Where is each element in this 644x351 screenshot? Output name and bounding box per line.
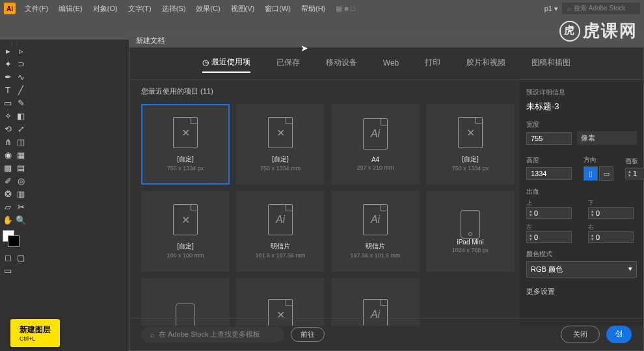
tab-recent[interactable]: ◷最近使用项 bbox=[202, 57, 250, 73]
presets-area: 您最近使用的项目 (11) ✕[自定]755 x 1334 px✕[自定]750… bbox=[129, 80, 520, 326]
bleed-left-label: 左 bbox=[526, 223, 575, 231]
document-name[interactable]: 未标题-3 bbox=[526, 101, 637, 112]
perspective-tool[interactable]: ▦ bbox=[14, 148, 27, 161]
rectangle-tool[interactable]: ▭ bbox=[1, 96, 14, 109]
recent-hdr: 您最近使用的项目 (11) bbox=[141, 86, 508, 96]
preset-0[interactable]: ✕[自定]755 x 1334 px bbox=[141, 104, 230, 185]
menu-edit[interactable]: 编辑(E) bbox=[55, 3, 87, 15]
stock-template-search[interactable]: ⌕ 在 Adobe Stock 上查找更多模板 bbox=[141, 326, 284, 343]
mesh-tool[interactable]: ▩ bbox=[1, 161, 14, 174]
direct-selection-tool[interactable]: ▹ bbox=[14, 44, 27, 57]
adobe-stock-search[interactable]: ⌕ 搜索 Adobe Stock bbox=[562, 3, 640, 14]
width-tool[interactable]: ⋔ bbox=[1, 135, 14, 148]
free-transform-tool[interactable]: ◫ bbox=[14, 135, 27, 148]
orient-portrait[interactable]: ▯ bbox=[584, 166, 598, 181]
artboards-input[interactable]: ▴▾1 bbox=[625, 168, 644, 179]
create-button[interactable]: 创 bbox=[606, 326, 632, 343]
search-icon: ⌕ bbox=[150, 331, 155, 339]
eyedropper-tool[interactable]: ✐ bbox=[1, 174, 14, 187]
magic-wand-tool[interactable]: ✦ bbox=[1, 57, 14, 70]
menu-bar: Ai 文件(F) 编辑(E) 对象(O) 文字(T) 选择(S) 效果(C) 视… bbox=[0, 0, 644, 17]
curvature-tool[interactable]: ∿ bbox=[14, 70, 27, 83]
preset-name: 明信片 bbox=[366, 242, 385, 251]
width-input[interactable] bbox=[526, 132, 572, 145]
preset-dims: 197.56 x 101.6 mm bbox=[350, 252, 400, 259]
dialog-tabs: ◷最近使用项 已保存 移动设备 Web 打印 胶片和视频 图稿和插图 bbox=[129, 47, 643, 80]
preset-2[interactable]: AiA4297 x 210 mm bbox=[331, 104, 420, 185]
menu-file[interactable]: 文件(F) bbox=[21, 3, 52, 15]
change-screen[interactable]: ▭ bbox=[1, 264, 14, 277]
preset-4[interactable]: ✕[自定]100 x 100 mm bbox=[141, 191, 230, 272]
slice-tool[interactable]: ✂ bbox=[14, 200, 27, 213]
menu-view[interactable]: 视图(V) bbox=[227, 3, 259, 15]
stroke-color[interactable] bbox=[8, 235, 20, 247]
menu-type[interactable]: 文字(T) bbox=[124, 3, 155, 15]
menu-extra-icons: ▦ ■ □ bbox=[336, 5, 355, 13]
menu-help[interactable]: 帮助(H) bbox=[297, 3, 329, 15]
type-tool[interactable]: T bbox=[1, 83, 14, 96]
close-button[interactable]: 关闭 bbox=[561, 326, 600, 343]
tab-web[interactable]: Web bbox=[383, 58, 399, 72]
preset-name: iPad Mini bbox=[457, 239, 483, 246]
height-label: 高度 bbox=[526, 156, 572, 165]
color-swatches[interactable] bbox=[1, 229, 20, 247]
tab-mobile[interactable]: 移动设备 bbox=[326, 57, 357, 72]
shaper-tool[interactable]: ✧ bbox=[1, 109, 14, 122]
draw-mode[interactable]: ◻ bbox=[1, 251, 14, 264]
preset-5[interactable]: Ai明信片101.6 x 197.56 mm bbox=[236, 191, 325, 272]
preset-3[interactable]: ✕[自定]750 x 1334 px bbox=[426, 104, 515, 185]
bleed-label: 出血 bbox=[526, 187, 637, 196]
menu-effect[interactable]: 效果(C) bbox=[192, 3, 224, 15]
workspace-dropdown[interactable]: p1 ▾ bbox=[544, 5, 558, 13]
artboard-tool[interactable]: ▱ bbox=[1, 200, 14, 213]
bleed-left[interactable]: ▴▾0 bbox=[526, 231, 572, 243]
blend-tool[interactable]: ◎ bbox=[14, 174, 27, 187]
preset-name: 明信片 bbox=[271, 242, 290, 251]
gradient-tool[interactable]: ▤ bbox=[14, 161, 27, 174]
tab-print[interactable]: 打印 bbox=[425, 57, 440, 72]
bleed-bottom[interactable]: ▴▾0 bbox=[588, 207, 634, 219]
menu-window[interactable]: 窗口(W) bbox=[261, 3, 295, 15]
more-settings[interactable]: 更多设置 bbox=[526, 287, 637, 296]
preset-dims: 101.6 x 197.56 mm bbox=[255, 252, 305, 259]
preset-7[interactable]: iPad Mini1024 x 768 px bbox=[426, 191, 515, 272]
menu-object[interactable]: 对象(O) bbox=[89, 3, 122, 15]
preset-dims: 1024 x 768 px bbox=[452, 247, 489, 254]
orient-label: 方向 bbox=[584, 155, 613, 164]
preset-name: [自定] bbox=[177, 155, 194, 164]
symbol-tool[interactable]: ❂ bbox=[1, 187, 14, 200]
stock-go-button[interactable]: 前往 bbox=[291, 327, 325, 342]
tab-saved[interactable]: 已保存 bbox=[276, 57, 300, 72]
brush-tool[interactable]: ✎ bbox=[14, 96, 27, 109]
settings-header: 预设详细信息 bbox=[526, 88, 637, 97]
rotate-tool[interactable]: ⟲ bbox=[1, 122, 14, 135]
zoom-tool[interactable]: 🔍 bbox=[14, 213, 27, 226]
tab-art[interactable]: 图稿和插图 bbox=[531, 57, 570, 72]
preset-1[interactable]: ✕[自定]750 x 1334 mm bbox=[236, 104, 325, 185]
graph-tool[interactable]: ▥ bbox=[14, 187, 27, 200]
hand-tool[interactable]: ✋ bbox=[1, 213, 14, 226]
preset-6[interactable]: Ai明信片197.56 x 101.6 mm bbox=[331, 191, 420, 272]
pen-tool[interactable]: ✒ bbox=[1, 70, 14, 83]
bleed-bottom-label: 下 bbox=[588, 199, 637, 207]
bleed-right[interactable]: ▴▾0 bbox=[588, 231, 634, 243]
scale-tool[interactable]: ⤢ bbox=[14, 122, 27, 135]
dialog-footer: ⌕ 在 Adobe Stock 上查找更多模板 前往 关闭 创 bbox=[129, 318, 643, 350]
preset-dims: 750 x 1334 px bbox=[452, 165, 489, 172]
preset-name: [自定] bbox=[272, 155, 289, 164]
selection-tool[interactable]: ▸ bbox=[1, 44, 14, 57]
line-tool[interactable]: ╱ bbox=[14, 83, 27, 96]
preset-details-panel: 预设详细信息 未标题-3 宽度 像素 高度 方向 ▯ ▭ bbox=[520, 80, 643, 326]
menu-select[interactable]: 选择(S) bbox=[158, 3, 190, 15]
eraser-tool[interactable]: ◧ bbox=[14, 109, 27, 122]
orient-landscape[interactable]: ▭ bbox=[599, 166, 613, 181]
tab-film[interactable]: 胶片和视频 bbox=[466, 57, 505, 72]
bleed-top[interactable]: ▴▾0 bbox=[526, 207, 572, 219]
unit-select[interactable]: 像素 bbox=[577, 131, 637, 145]
screen-mode[interactable]: ▢ bbox=[14, 251, 27, 264]
color-mode-select[interactable]: RGB 颜色▾ bbox=[526, 261, 637, 278]
shape-builder-tool[interactable]: ◉ bbox=[1, 148, 14, 161]
tool-panel: ⋮⋮ ▸▹ ✦⊃ ✒∿ T╱ ▭✎ ✧◧ ⟲⤢ ⋔◫ ◉▦ ▩▤ ✐◎ ❂▥ ▱… bbox=[1, 44, 27, 277]
height-input[interactable] bbox=[526, 167, 572, 180]
lasso-tool[interactable]: ⊃ bbox=[14, 57, 27, 70]
